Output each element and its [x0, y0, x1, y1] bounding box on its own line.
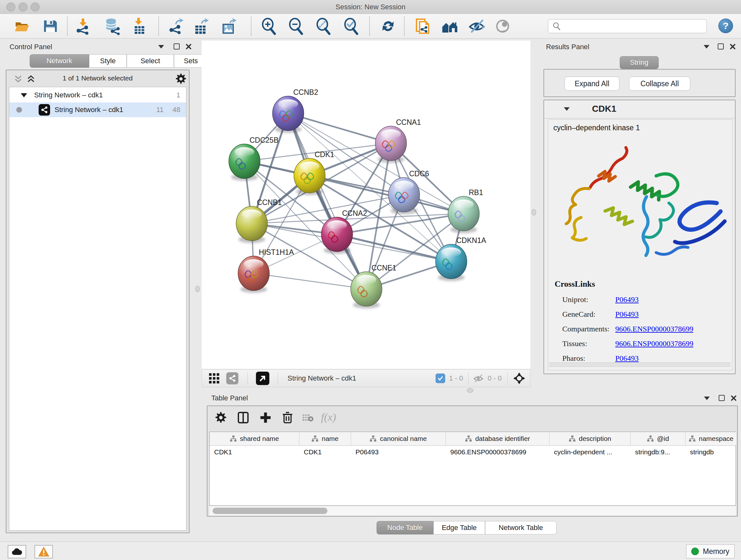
control-panel-float-button[interactable] — [174, 44, 180, 50]
protein-collapse-icon[interactable] — [564, 107, 569, 111]
gear-icon[interactable] — [175, 73, 187, 85]
crosslink-value-link[interactable]: 9606.ENSP00000378699 — [615, 325, 693, 333]
collapse-all-button[interactable]: Collapse All — [629, 77, 690, 91]
column-header[interactable]: description — [549, 432, 630, 445]
node-label: CDK1 — [315, 150, 334, 159]
tab-network[interactable]: Network — [30, 54, 89, 68]
help-button[interactable]: ? — [718, 18, 733, 33]
crosslink-value-link[interactable]: P06493 — [615, 354, 638, 363]
open-session-button[interactable] — [13, 17, 31, 35]
import-table-button[interactable] — [130, 17, 148, 35]
memory-button[interactable]: Memory — [686, 544, 735, 558]
expand-all-button[interactable]: Expand All — [564, 77, 619, 91]
right-splitter-grip[interactable] — [532, 209, 536, 215]
save-session-button[interactable] — [42, 17, 59, 35]
tab-edge-table[interactable]: Edge Table — [433, 521, 485, 535]
zoom-out-button[interactable] — [287, 17, 305, 35]
column-header[interactable]: shared name — [210, 432, 299, 445]
column-header-label: description — [579, 435, 611, 442]
column-header[interactable]: name — [299, 432, 351, 445]
clone-network-button[interactable] — [414, 17, 432, 35]
network-node[interactable]: HIST1H1A — [238, 248, 294, 293]
network-manager-box: 1 of 1 Network selected String Network –… — [6, 70, 190, 533]
hide-selected-button[interactable] — [468, 17, 486, 35]
export-image-button[interactable] — [220, 17, 238, 35]
table-cell[interactable]: CDK1 — [299, 446, 351, 458]
collection-expand-icon[interactable] — [21, 93, 27, 98]
refresh-view-button[interactable] — [379, 17, 397, 35]
table-cell[interactable]: stringdb — [685, 446, 737, 458]
show-all-networks-button[interactable] — [441, 17, 459, 35]
selected-checkbox[interactable] — [435, 374, 445, 383]
network-node[interactable]: CDKN1A — [435, 236, 486, 281]
warnings-button[interactable] — [35, 545, 53, 558]
column-type-icon — [369, 435, 377, 442]
crosslink-label: GeneCard: — [562, 310, 615, 319]
tab-select[interactable]: Select — [127, 54, 174, 68]
column-header[interactable]: namespace — [685, 432, 737, 445]
zoom-fit-icon — [315, 17, 333, 35]
network-node[interactable]: RB1 — [448, 188, 483, 233]
detach-view-button[interactable] — [256, 372, 269, 385]
zoom-fit-button[interactable] — [315, 17, 333, 35]
column-header-label: namespace — [699, 435, 734, 442]
table-cell[interactable]: cyclin-dependent ... — [549, 446, 630, 458]
table-panel-float-button[interactable] — [719, 395, 725, 401]
protein-detail-area: cyclin–dependent kinase 1 Cros — [548, 119, 732, 370]
table-cell[interactable]: CDK1 — [210, 446, 299, 458]
fit-content-crosshair-icon[interactable] — [513, 372, 526, 385]
results-panel-float-button[interactable] — [718, 44, 724, 50]
tab-node-table[interactable]: Node Table — [377, 521, 433, 535]
table-scrollbar-thumb[interactable] — [212, 508, 327, 514]
export-table-button[interactable] — [192, 17, 210, 35]
refresh-icon — [379, 17, 397, 35]
export-network-button[interactable] — [167, 17, 185, 35]
import-network-file-button[interactable] — [74, 17, 92, 35]
network-type-badge[interactable] — [226, 372, 239, 384]
table-gear-icon[interactable] — [214, 411, 227, 424]
results-panel-close-button[interactable] — [729, 44, 736, 50]
zoom-selected-button[interactable] — [342, 17, 360, 35]
column-header[interactable]: database identifier — [446, 432, 549, 445]
network-node[interactable]: CDK1 — [294, 150, 334, 195]
tab-string[interactable]: String — [620, 56, 659, 69]
results-scrollbar-track[interactable] — [549, 362, 730, 367]
table-scrollbar[interactable] — [209, 506, 736, 516]
cloud-status-button[interactable] — [8, 545, 26, 558]
protein-card-header[interactable]: CDK1 — [544, 100, 735, 118]
crosslink-label: Tissues: — [562, 339, 615, 348]
table-panel-close-button[interactable] — [730, 395, 737, 401]
table-row[interactable]: CDK1CDK1P064939606.ENSP00000378699cyclin… — [210, 446, 736, 458]
toolbar-search-input[interactable] — [548, 19, 707, 33]
birds-eye-grid-icon[interactable] — [208, 373, 220, 384]
network-row[interactable]: String Network – cdk1 11 48 — [9, 103, 186, 117]
control-panel-menu-button[interactable] — [158, 45, 164, 49]
tab-network-table[interactable]: Network Table — [485, 521, 556, 535]
control-panel-close-button[interactable] — [185, 44, 192, 50]
zoom-in-button[interactable] — [260, 17, 278, 35]
import-network-database-button[interactable] — [104, 17, 121, 35]
network-canvas[interactable]: CCNB2CCNA1CDC25BCDK1CDC6RB1CCNB1CCNA2CDK… — [202, 41, 530, 369]
column-header[interactable]: canonical name — [351, 432, 446, 445]
column-type-icon — [647, 435, 654, 442]
table-panel-menu-button[interactable] — [704, 396, 710, 400]
select-columns-icon[interactable] — [237, 411, 250, 424]
results-panel-menu-button[interactable] — [704, 45, 710, 49]
crosslink-value-link[interactable]: P06493 — [615, 310, 638, 319]
table-cell[interactable]: 9606.ENSP00000378699 — [446, 446, 549, 458]
network-node[interactable]: CCNA1 — [375, 118, 421, 163]
add-column-icon[interactable] — [259, 411, 272, 424]
crosslink-value-link[interactable]: P06493 — [615, 295, 638, 304]
tab-style[interactable]: Style — [89, 54, 127, 68]
column-header[interactable]: @id — [630, 432, 685, 445]
table-cell[interactable]: P06493 — [351, 446, 446, 458]
toolbar-separator — [251, 17, 252, 36]
show-hidden-button[interactable] — [494, 17, 512, 35]
left-splitter-grip[interactable] — [195, 286, 200, 292]
node-label: CCNB1 — [257, 198, 282, 206]
network-collection-row[interactable]: String Network – cdk1 1 — [9, 88, 186, 103]
table-cell[interactable]: stringdb:9... — [630, 446, 685, 458]
collection-label: String Network – cdk1 — [34, 91, 103, 99]
crosslink-value-link[interactable]: 9606.ENSP00000378699 — [615, 339, 693, 348]
delete-column-icon[interactable] — [281, 411, 293, 424]
